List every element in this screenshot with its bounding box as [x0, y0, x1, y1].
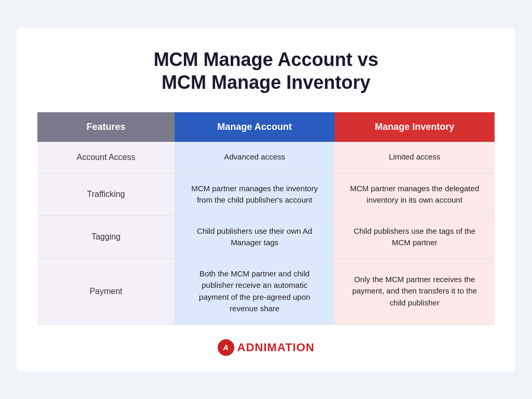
feature-cell: Account Access: [37, 142, 175, 174]
manage-account-cell: Child publishers use their own Ad Manage…: [175, 216, 335, 258]
page-title: MCM Manage Account vs MCM Manage Invento…: [37, 48, 495, 93]
manage-inventory-cell: Limited access: [335, 142, 495, 174]
manage-account-cell: Advanced access: [175, 142, 335, 174]
manage-inventory-cell: Only the MCM partner receives the paymen…: [335, 258, 495, 324]
manage-inventory-cell: Child publishers use the tags of the MCM…: [335, 216, 495, 258]
footer-logo: A ADNIMATION: [37, 339, 495, 356]
manage-account-cell: MCM partner manages the inventory from t…: [175, 173, 335, 216]
logo-badge: A: [218, 339, 234, 356]
feature-cell: Payment: [37, 258, 175, 324]
manage-account-header: Manage Account: [175, 112, 335, 142]
manage-inventory-cell: MCM partner manages the delegated invent…: [335, 173, 495, 216]
table-row: PaymentBoth the MCM partner and child pu…: [37, 258, 495, 324]
manage-account-cell: Both the MCM partner and child publisher…: [175, 258, 335, 324]
main-container: MCM Manage Account vs MCM Manage Invento…: [17, 28, 515, 371]
feature-cell: Tagging: [37, 216, 175, 258]
logo-letter: A: [223, 343, 228, 352]
comparison-table: Features Manage Account Manage Inventory…: [37, 112, 495, 325]
table-row: TraffickingMCM partner manages the inven…: [37, 173, 495, 216]
table-row: TaggingChild publishers use their own Ad…: [37, 216, 495, 258]
table-row: Account AccessAdvanced accessLimited acc…: [37, 142, 495, 174]
feature-cell: Trafficking: [37, 173, 175, 216]
logo-text: ADNIMATION: [237, 341, 315, 354]
manage-inventory-header: Manage Inventory: [335, 112, 495, 142]
features-header: Features: [37, 112, 175, 142]
